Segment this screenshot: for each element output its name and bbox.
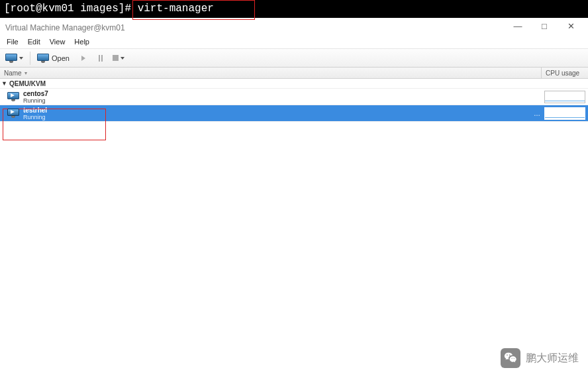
terminal-command: virt-manager: [138, 3, 214, 15]
monitor-icon: [5, 54, 17, 63]
window-close-button[interactable]: ✕: [558, 19, 584, 34]
menu-edit[interactable]: Edit: [24, 36, 44, 47]
column-cpu-label: CPU usage: [546, 70, 579, 77]
column-headers: Name ▾ CPU usage: [0, 68, 588, 79]
menubar: File Edit View Help: [0, 35, 588, 48]
vm-state: Running: [23, 114, 47, 120]
vm-row-centos7[interactable]: centos7 Running: [0, 89, 588, 105]
run-button[interactable]: [75, 50, 91, 66]
vm-cpu-sparkline: [544, 91, 588, 103]
menu-file[interactable]: File: [3, 36, 23, 47]
chevron-down-icon: [121, 57, 124, 60]
shutdown-button[interactable]: [110, 50, 127, 66]
toolbar: Open: [0, 48, 588, 68]
watermark-text: 鹏大师运维: [526, 351, 579, 365]
column-name-label: Name: [4, 70, 22, 77]
terminal-line: [root@kvm01 images]# virt-manager: [0, 0, 588, 18]
vm-state: Running: [23, 97, 48, 104]
tree-toggle-icon[interactable]: ▼: [1, 80, 7, 87]
column-name[interactable]: Name ▾: [0, 68, 542, 78]
chevron-down-icon: [19, 57, 23, 60]
window-minimize-button[interactable]: —: [505, 19, 531, 34]
vm-name: centos7: [23, 90, 48, 97]
window-maximize-button[interactable]: □: [531, 19, 558, 34]
open-button-label: Open: [52, 54, 70, 62]
vm-name: testrhel: [23, 107, 47, 114]
vm-running-icon: [7, 109, 19, 118]
new-vm-button[interactable]: [3, 50, 26, 66]
menu-view[interactable]: View: [46, 36, 70, 47]
column-cpu[interactable]: CPU usage: [542, 68, 588, 78]
window-title: Virtual Machine Manager@kvm01: [5, 21, 505, 32]
row-more-indicator: …: [530, 110, 544, 117]
menu-help[interactable]: Help: [70, 36, 93, 47]
play-icon: [81, 56, 85, 61]
sort-indicator-icon: ▾: [24, 70, 27, 76]
vm-cpu-sparkline: [544, 107, 588, 120]
pause-icon: [99, 55, 103, 62]
open-button[interactable]: Open: [34, 50, 74, 66]
terminal-prompt: [root@kvm01 images]#: [4, 3, 138, 15]
stop-icon: [113, 55, 119, 61]
vm-running-icon: [7, 92, 19, 101]
monitor-icon: [37, 54, 49, 63]
connection-label: QEMU/KVM: [9, 80, 46, 87]
connection-row[interactable]: ▼ QEMU/KVM: [0, 79, 588, 89]
pause-button[interactable]: [93, 50, 109, 66]
vm-row-testrhel[interactable]: testrhel Running …: [0, 105, 588, 122]
window-titlebar: Virtual Machine Manager@kvm01 — □ ✕: [0, 18, 588, 35]
wechat-icon: [501, 348, 520, 368]
toolbar-separator: [30, 52, 30, 65]
watermark: 鹏大师运维: [501, 348, 579, 368]
